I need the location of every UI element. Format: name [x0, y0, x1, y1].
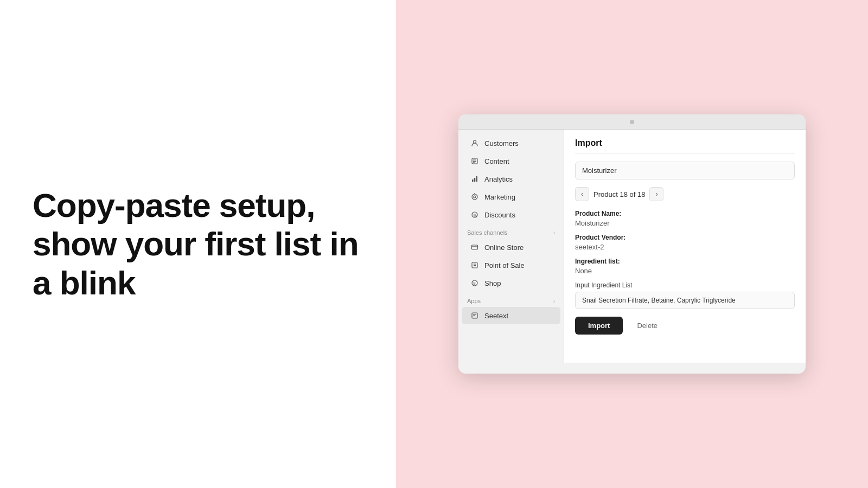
sales-channels-label: Sales channels	[467, 229, 508, 236]
shop-label: Shop	[484, 279, 501, 287]
ingredient-list-label: Ingredient list:	[575, 258, 795, 265]
product-counter: Product 18 of 18	[593, 190, 645, 198]
main-title: Import	[575, 138, 795, 154]
svg-rect-13	[472, 245, 478, 249]
sidebar: Customers Content	[458, 130, 564, 363]
svg-point-0	[474, 140, 476, 143]
apps-label: Apps	[467, 298, 481, 304]
svg-point-8	[472, 194, 477, 200]
product-vendor-label: Product Vendor:	[575, 234, 795, 241]
sidebar-item-shop[interactable]: S Shop	[462, 274, 560, 292]
app-window: Customers Content	[458, 114, 806, 374]
ingredient-input[interactable]	[575, 292, 795, 309]
hero-line1: Copy-paste setup,	[33, 187, 315, 224]
hero-line3: a blink	[33, 264, 135, 301]
analytics-label: Analytics	[484, 175, 513, 183]
sidebar-item-content[interactable]: Content	[462, 152, 560, 170]
discounts-label: Discounts	[484, 211, 515, 219]
delete-button[interactable]: Delete	[628, 317, 666, 335]
product-nav: ‹ Product 18 of 18 ›	[575, 187, 795, 201]
discounts-icon: %	[470, 210, 479, 219]
product-name-label: Product Name:	[575, 210, 795, 217]
marketing-label: Marketing	[484, 193, 515, 201]
content-icon	[470, 157, 479, 165]
svg-text:S: S	[473, 281, 476, 285]
apps-chevron: ›	[553, 298, 555, 304]
sidebar-item-customers[interactable]: Customers	[462, 134, 560, 152]
right-panel: Customers Content	[396, 0, 868, 488]
window-body: Customers Content	[458, 130, 806, 363]
svg-rect-5	[472, 179, 474, 182]
left-panel: Copy-paste setup, show your first list i…	[0, 0, 396, 488]
import-button[interactable]: Import	[575, 317, 623, 335]
svg-rect-6	[474, 178, 476, 182]
shop-icon: S	[470, 279, 479, 287]
product-name-value: Moisturizer	[575, 219, 795, 227]
sales-channels-section: Sales channels ›	[458, 224, 564, 238]
next-product-button[interactable]: ›	[649, 187, 663, 201]
sidebar-item-point-of-sale[interactable]: Point of Sale	[462, 256, 560, 274]
prev-product-button[interactable]: ‹	[575, 187, 589, 201]
online-store-icon	[470, 243, 479, 252]
ingredient-list-value: None	[575, 267, 795, 275]
svg-rect-7	[476, 176, 478, 182]
product-vendor-value: seetext-2	[575, 243, 795, 251]
marketing-icon	[470, 192, 479, 201]
window-titlebar	[458, 114, 806, 130]
point-of-sale-icon	[470, 261, 479, 269]
online-store-label: Online Store	[484, 243, 524, 252]
apps-section: Apps ›	[458, 292, 564, 306]
point-of-sale-label: Point of Sale	[484, 261, 525, 269]
customers-icon	[470, 139, 479, 147]
input-ingredient-label: Input Ingredient List	[575, 281, 795, 289]
seetext-label: Seetext	[484, 312, 508, 320]
seetext-icon	[470, 311, 479, 320]
content-label: Content	[484, 157, 509, 165]
hero-line2: show your first list in	[33, 225, 359, 262]
analytics-icon	[470, 175, 479, 183]
product-search-input[interactable]	[575, 162, 795, 179]
customers-label: Customers	[484, 139, 519, 147]
hero-heading: Copy-paste setup, show your first list i…	[33, 186, 359, 302]
sidebar-item-online-store[interactable]: Online Store	[462, 239, 560, 256]
window-dot	[630, 120, 634, 124]
main-content: Import ‹ Product 18 of 18 › Product Name…	[564, 130, 806, 363]
action-buttons: Import Delete	[575, 317, 795, 335]
sidebar-item-analytics[interactable]: Analytics	[462, 170, 560, 188]
sidebar-item-discounts[interactable]: % Discounts	[462, 206, 560, 223]
sidebar-item-marketing[interactable]: Marketing	[462, 188, 560, 206]
sales-channels-chevron: ›	[553, 230, 555, 236]
sidebar-item-seetext[interactable]: Seetext	[462, 307, 560, 324]
window-footer	[458, 363, 806, 374]
svg-point-9	[474, 196, 476, 198]
svg-text:%: %	[474, 214, 477, 217]
